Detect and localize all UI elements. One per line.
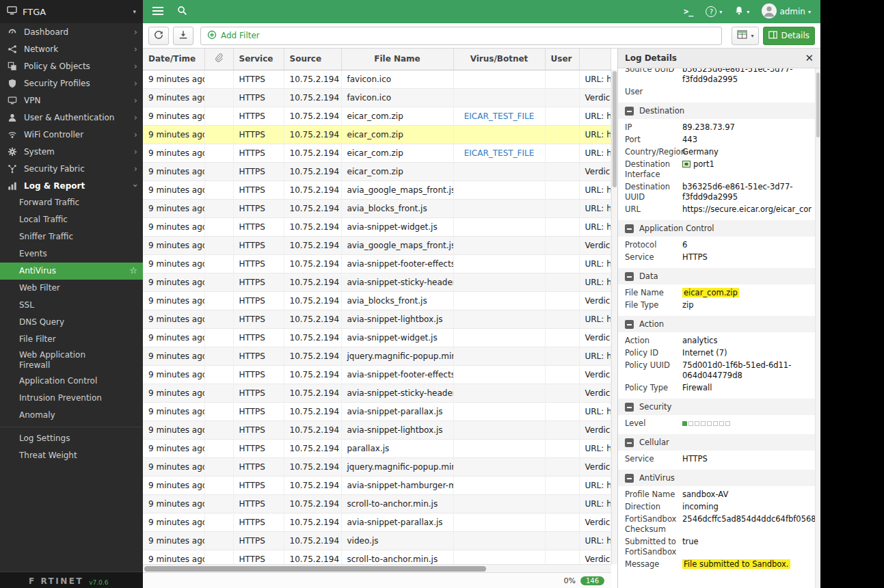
table-row[interactable]: 9 minutes agoHTTPS10.75.2.194avia-snippe… <box>143 513 611 531</box>
global-search-button[interactable] <box>177 5 187 18</box>
section-header-action[interactable]: Action <box>618 316 815 332</box>
table-row[interactable]: 9 minutes agoHTTPS10.75.2.194jquery.magn… <box>143 457 611 476</box>
sidebar-item-local-traffic[interactable]: Local Traffic <box>0 211 143 228</box>
column-header-virus-botnet[interactable]: Virus/Botnet <box>453 49 545 70</box>
field-value <box>682 418 815 429</box>
table-view-button[interactable]: ▾ <box>732 27 759 45</box>
table-row[interactable]: 9 minutes agoHTTPS10.75.2.194parallax.js… <box>143 439 611 457</box>
table-row[interactable]: 9 minutes agoHTTPS10.75.2.194avia-snippe… <box>143 365 611 384</box>
table-row[interactable]: 9 minutes agoHTTPS10.75.2.194avia-snippe… <box>143 254 611 273</box>
sidebar-item-application-control[interactable]: Application Control <box>0 373 143 390</box>
cell-source: 10.75.2.194 <box>284 254 341 273</box>
column-header-user[interactable]: User <box>545 49 579 70</box>
section-header-application-control[interactable]: Application Control <box>618 220 815 237</box>
table-hscrollbar[interactable] <box>143 564 611 572</box>
table-row[interactable]: 9 minutes agoHTTPS10.75.2.194avia-snippe… <box>143 217 611 236</box>
field-user: User <box>625 87 815 97</box>
table-row[interactable]: 9 minutes agoHTTPS10.75.2.194favicon.ico… <box>143 70 611 88</box>
sidebar-item-security-fabric[interactable]: Security Fabric› <box>0 160 143 177</box>
table-row[interactable]: 9 minutes agoHTTPS10.75.2.194video.jsURL… <box>143 531 611 550</box>
sidebar-item-policy-objects[interactable]: Policy & Objects› <box>0 57 143 75</box>
app-header[interactable]: FTGA ▾ <box>0 0 143 23</box>
column-header-service[interactable]: Service <box>233 49 284 70</box>
sidebar-item-user-authentication[interactable]: User & Authentication› <box>0 109 143 126</box>
notifications-button[interactable]: ▾ <box>734 5 749 18</box>
table-vscrollbar[interactable] <box>611 70 617 564</box>
details-vscrollbar-thumb[interactable] <box>816 72 820 137</box>
help-menu-button[interactable]: ? ▾ <box>706 6 722 17</box>
sidebar-item-ssl[interactable]: SSL <box>0 297 143 314</box>
column-header-attachment-icon[interactable] <box>204 49 233 70</box>
sidebar-item-dashboard[interactable]: Dashboard› <box>0 23 143 40</box>
sidebar-item-system[interactable]: System› <box>0 143 143 160</box>
filter-bar[interactable]: Add Filter <box>200 27 722 45</box>
sidebar-item-web-application-firewall[interactable]: Web Application Firewall <box>0 348 143 373</box>
table-row[interactable]: 9 minutes agoHTTPS10.75.2.194eicar_com.z… <box>143 144 611 162</box>
section-header-data[interactable]: Data <box>618 268 815 284</box>
section-header-cellular[interactable]: Cellular <box>618 434 815 451</box>
table-row[interactable]: 9 minutes agoHTTPS10.75.2.194eicar_com.z… <box>143 162 611 181</box>
table-row[interactable]: 9 minutes agoHTTPS10.75.2.194avia-snippe… <box>143 476 611 494</box>
sidebar-item-network[interactable]: Network› <box>0 40 143 57</box>
sidebar-item-vpn[interactable]: VPN› <box>0 92 143 109</box>
section-header-security[interactable]: Security <box>618 399 815 415</box>
table-row[interactable]: 9 minutes agoHTTPS10.75.2.194avia-snippe… <box>143 420 611 439</box>
menu-toggle-button[interactable] <box>152 7 163 17</box>
table-vscrollbar-thumb[interactable] <box>613 71 617 187</box>
column-header-file-name[interactable]: File Name <box>341 49 453 70</box>
column-header-date-time[interactable]: Date/Time <box>143 49 204 70</box>
field-label: Protocol <box>625 240 682 250</box>
details-vscrollbar[interactable] <box>815 68 820 588</box>
close-icon[interactable]: ✕ <box>805 53 814 64</box>
section-header-antivirus[interactable]: AntiVirus <box>618 470 815 486</box>
table-row[interactable]: 9 minutes agoHTTPS10.75.2.194avia-snippe… <box>143 310 611 328</box>
table-row[interactable]: 9 minutes agoHTTPS10.75.2.194avia_blocks… <box>143 291 611 310</box>
sidebar-item-antivirus[interactable]: AntiVirus☆ <box>0 263 143 280</box>
sidebar-item-security-profiles[interactable]: Security Profiles› <box>0 75 143 92</box>
virus-link[interactable]: EICAR_TEST_FILE <box>464 148 535 158</box>
table-row[interactable]: 9 minutes agoHTTPS10.75.2.194avia_blocks… <box>143 199 611 217</box>
section-header-destination[interactable]: Destination <box>618 103 815 119</box>
sidebar-item-file-filter[interactable]: File Filter <box>0 331 143 348</box>
table-row[interactable]: 9 minutes agoHTTPS10.75.2.194avia-snippe… <box>143 328 611 347</box>
table-row[interactable]: 9 minutes agoHTTPS10.75.2.194jquery.magn… <box>143 347 611 365</box>
sidebar-item-wifi-controller[interactable]: WiFi Controller› <box>0 126 143 143</box>
star-icon[interactable]: ☆ <box>129 265 137 276</box>
field-label: Message <box>625 559 682 570</box>
table-row[interactable]: 9 minutes agoHTTPS10.75.2.194eicar_com.z… <box>143 107 611 125</box>
cli-console-button[interactable]: >_ <box>684 7 693 16</box>
virus-link[interactable]: EICAR_TEST_FILE <box>464 111 535 121</box>
column-header-blank[interactable] <box>579 49 611 70</box>
table-row[interactable]: 9 minutes agoHTTPS10.75.2.194avia_google… <box>143 181 611 199</box>
sidebar-item-log-settings[interactable]: Log Settings <box>0 430 143 447</box>
refresh-button[interactable] <box>148 27 169 45</box>
sidebar-item-threat-weight[interactable]: Threat Weight <box>0 447 143 464</box>
table-row[interactable]: 9 minutes agoHTTPS10.75.2.194avia-snippe… <box>143 384 611 402</box>
table-row[interactable]: 9 minutes agoHTTPS10.75.2.194scroll-to-a… <box>143 494 611 513</box>
cell-extra: URL: h <box>579 439 611 457</box>
table-row[interactable]: 9 minutes agoHTTPS10.75.2.194avia_google… <box>143 236 611 254</box>
sidebar-item-anomaly[interactable]: Anomaly <box>0 407 143 424</box>
cell-date-time: 9 minutes ago <box>143 70 204 88</box>
sidebar-item-forward-traffic[interactable]: Forward Traffic <box>0 194 143 211</box>
column-header-source[interactable]: Source <box>284 49 341 70</box>
table-row[interactable]: 9 minutes agoHTTPS10.75.2.194scroll-to-a… <box>143 550 611 564</box>
download-button[interactable] <box>173 27 193 45</box>
table-row[interactable]: 9 minutes agoHTTPS10.75.2.194avia-snippe… <box>143 402 611 420</box>
sidebar-item-log-report[interactable]: Log & Report› <box>0 177 143 194</box>
sidebar-item-events[interactable]: Events <box>0 245 143 263</box>
add-filter-label: Add Filter <box>221 31 260 40</box>
table-row[interactable]: 9 minutes agoHTTPS10.75.2.194eicar_com.z… <box>143 125 611 144</box>
field-value: b36325d6-e861-51ec-3d77-f3fdd9da2995 <box>682 182 815 202</box>
table-row[interactable]: 9 minutes agoHTTPS10.75.2.194favicon.ico… <box>143 88 611 107</box>
user-menu-button[interactable]: admin ▾ <box>762 3 811 21</box>
add-filter-button[interactable]: Add Filter <box>207 30 260 42</box>
table-hscrollbar-thumb[interactable] <box>144 566 486 572</box>
sidebar-item-intrusion-prevention[interactable]: Intrusion Prevention <box>0 390 143 407</box>
sidebar-item-sniffer-traffic[interactable]: Sniffer Traffic <box>0 228 143 245</box>
sidebar-item-dns-query[interactable]: DNS Query <box>0 314 143 331</box>
table-row[interactable]: 9 minutes agoHTTPS10.75.2.194avia-snippe… <box>143 273 611 291</box>
cell-date-time: 9 minutes ago <box>143 513 204 531</box>
details-toggle-button[interactable]: Details <box>763 27 815 45</box>
sidebar-item-web-filter[interactable]: Web Filter <box>0 280 143 297</box>
